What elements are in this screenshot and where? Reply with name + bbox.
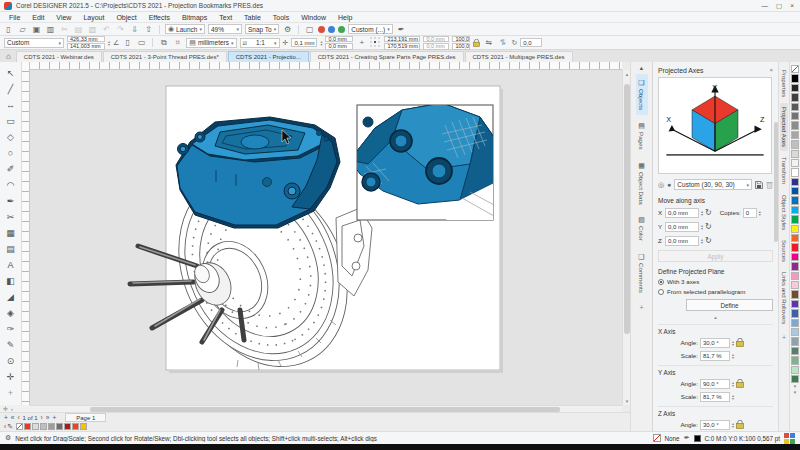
color-swatch[interactable] bbox=[791, 150, 799, 158]
dock-tab-comments[interactable]: ❑Comments bbox=[636, 248, 648, 298]
color-swatch[interactable] bbox=[791, 347, 799, 355]
color-swatch[interactable] bbox=[791, 262, 799, 270]
add-icon[interactable]: + bbox=[356, 37, 367, 48]
rotation-field[interactable]: 0,0 bbox=[520, 38, 542, 47]
open-icon[interactable]: ▱ bbox=[17, 24, 28, 35]
x-scale-spinner[interactable]: ▴▾ bbox=[732, 353, 734, 359]
eyedropper-tool[interactable]: ✎ bbox=[3, 337, 19, 352]
y-scale-spinner[interactable]: ▴▾ bbox=[732, 394, 734, 400]
ruler-settings-icon[interactable]: ⌗ bbox=[172, 37, 183, 48]
portrait-icon[interactable]: ▯ bbox=[122, 37, 133, 48]
color-swatch[interactable] bbox=[791, 319, 799, 327]
color-swatch[interactable] bbox=[791, 356, 799, 364]
curve-tool[interactable]: ◠ bbox=[3, 177, 19, 192]
color-swatch[interactable] bbox=[791, 206, 799, 214]
color-swatch[interactable] bbox=[791, 215, 799, 223]
signature-pen-icon[interactable]: ✒ bbox=[396, 24, 407, 35]
color-swatch[interactable] bbox=[791, 103, 799, 111]
save-icon[interactable]: ▣ bbox=[31, 24, 42, 35]
landscape-icon[interactable]: ▭ bbox=[136, 37, 147, 48]
menu-bitmaps[interactable]: Bitmaps bbox=[177, 13, 212, 22]
color-swatch[interactable] bbox=[48, 423, 55, 430]
document-tab[interactable]: CDTS 2021 - Creating Spare Parts Page PR… bbox=[310, 51, 464, 62]
reset-x-icon[interactable]: ↻ bbox=[705, 208, 712, 217]
menu-object[interactable]: Object bbox=[111, 13, 141, 22]
ruler-origin-corner[interactable]: ✛‹ bbox=[0, 405, 30, 412]
color-swatch[interactable] bbox=[791, 178, 799, 186]
link-pages-icon[interactable]: ⧉ bbox=[158, 37, 169, 48]
menu-table[interactable]: Table bbox=[239, 13, 266, 22]
smart-fill-tool[interactable]: ◈ bbox=[3, 305, 19, 320]
scroll-left-icon[interactable]: ‹ bbox=[11, 406, 13, 412]
pan-tool[interactable]: ✛ bbox=[3, 369, 19, 384]
y-axis-lock-icon[interactable] bbox=[736, 379, 744, 388]
color-swatch[interactable] bbox=[40, 423, 47, 430]
last-page-icon[interactable]: » bbox=[46, 414, 50, 421]
copies-field[interactable]: 0 bbox=[743, 208, 757, 218]
move-y-field[interactable]: 0,0 mm bbox=[665, 222, 699, 232]
document-tab[interactable]: CDTS 2021 - Multipage PRES.des bbox=[465, 51, 573, 62]
app-mode-red-icon[interactable] bbox=[318, 26, 325, 33]
units-dropdown[interactable]: ▤millimeters▾ bbox=[186, 38, 236, 48]
add-page-before-icon[interactable]: + bbox=[4, 414, 8, 421]
export-icon[interactable]: ⇧ bbox=[143, 24, 154, 35]
drawing-scale-dropdown[interactable]: ⧄1:1▾ bbox=[240, 38, 280, 48]
color-swatch[interactable] bbox=[791, 168, 799, 176]
reset-z-icon[interactable]: ↻ bbox=[705, 236, 712, 245]
page-height-field[interactable]: 141,003 mm bbox=[67, 43, 105, 50]
color-swatch[interactable] bbox=[791, 74, 799, 82]
close-icon[interactable]: × bbox=[790, 1, 794, 11]
line-tool[interactable]: ╱ bbox=[3, 81, 19, 96]
save-preset-icon[interactable] bbox=[755, 181, 763, 189]
visibility-icon[interactable]: ◎ bbox=[658, 181, 664, 189]
reset-y-icon[interactable]: ↻ bbox=[705, 222, 712, 231]
z-axis-lock-icon[interactable] bbox=[736, 420, 744, 429]
move-z-spinner[interactable]: ▴▾ bbox=[701, 238, 703, 244]
delete-preset-icon[interactable] bbox=[766, 181, 773, 189]
y-angle-spinner[interactable]: ▴▾ bbox=[732, 381, 734, 387]
status-palette-icon[interactable] bbox=[784, 433, 795, 444]
workspace-dropdown[interactable]: Custom (...)▾ bbox=[348, 24, 392, 34]
color-swatch[interactable] bbox=[791, 225, 799, 233]
color-swatch[interactable] bbox=[24, 423, 31, 430]
dimension-tool[interactable]: ↔ bbox=[3, 97, 19, 112]
color-swatch[interactable] bbox=[72, 423, 79, 430]
shape-tool[interactable]: ✐ bbox=[3, 161, 19, 176]
color-swatch[interactable] bbox=[791, 159, 799, 167]
add-page-after-icon[interactable]: + bbox=[52, 414, 56, 421]
color-swatch[interactable] bbox=[791, 84, 799, 92]
page-width-field[interactable]: 426,33 mm bbox=[67, 36, 105, 43]
menu-help[interactable]: Help bbox=[333, 13, 357, 22]
vertical-ruler[interactable] bbox=[22, 62, 30, 405]
color-swatch[interactable] bbox=[791, 131, 799, 139]
move-y-spinner[interactable]: ▴▾ bbox=[701, 224, 703, 230]
add-docker-icon[interactable]: + bbox=[782, 334, 786, 341]
add-docker-icon[interactable]: + bbox=[639, 304, 643, 311]
color-swatch[interactable] bbox=[791, 65, 799, 73]
menu-view[interactable]: View bbox=[51, 13, 76, 22]
page-tab[interactable]: Page 1 bbox=[65, 413, 106, 422]
color-swatch[interactable] bbox=[791, 337, 799, 345]
object-origin-picker[interactable] bbox=[370, 37, 381, 48]
polygon-tool[interactable]: ◇ bbox=[3, 129, 19, 144]
color-swatch[interactable] bbox=[791, 112, 799, 120]
color-swatch[interactable] bbox=[56, 423, 63, 430]
from-parallelogram-radio[interactable] bbox=[658, 289, 664, 295]
eyedropper-icon[interactable]: ✎ bbox=[7, 423, 13, 431]
dock-tab-properties[interactable]: Properties bbox=[780, 66, 788, 101]
color-swatch[interactable] bbox=[791, 309, 799, 317]
palette-scroll-down-icon[interactable]: ▾ bbox=[794, 389, 797, 395]
next-page-icon[interactable]: › bbox=[41, 414, 43, 421]
color-swatch[interactable] bbox=[791, 253, 799, 261]
document-tab[interactable]: CDTS 2021 - 3-Point Thread PRES.des* bbox=[103, 51, 227, 62]
zoom-tool[interactable]: ⊙ bbox=[3, 353, 19, 368]
minimize-icon[interactable]: — bbox=[762, 1, 769, 11]
color-swatch[interactable] bbox=[791, 187, 799, 195]
menu-effects[interactable]: Effects bbox=[144, 13, 175, 22]
collapse-section-icon[interactable]: ▴ bbox=[658, 314, 773, 320]
menu-file[interactable]: File bbox=[4, 13, 25, 22]
move-z-field[interactable]: 0,0 mm bbox=[665, 236, 699, 246]
scale-x-field[interactable]: 100,0 bbox=[452, 36, 470, 43]
position-y-field[interactable]: 170,519 mm bbox=[384, 43, 420, 50]
nudge-field[interactable]: 0,1 mm bbox=[291, 38, 317, 47]
